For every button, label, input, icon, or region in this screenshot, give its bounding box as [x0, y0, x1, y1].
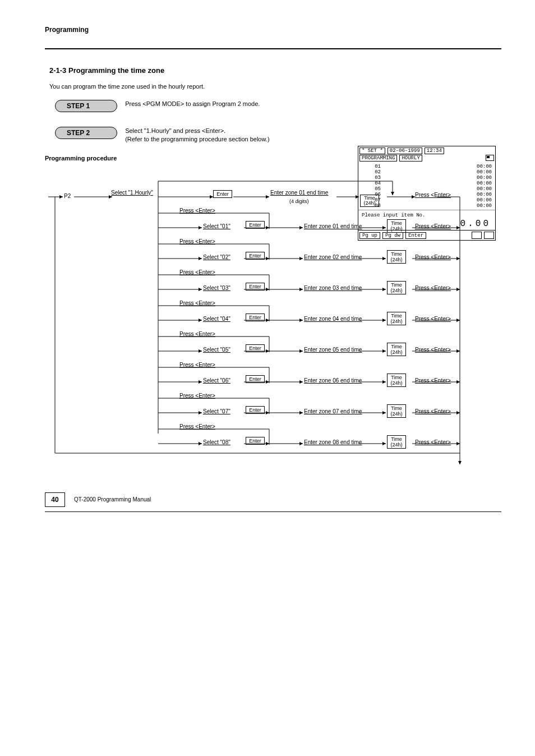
- step-pill-2: STEP 2: [55, 127, 117, 139]
- scroll-indicator-icon: [486, 155, 494, 161]
- list-item: 0100:00: [362, 164, 492, 169]
- step-pill-1: STEP 1: [55, 100, 117, 112]
- divider-top: [45, 48, 501, 49]
- tab-hourly: HOURLY: [399, 155, 422, 162]
- flow-4digits: (4 digits): [289, 199, 309, 204]
- flow-press-enter: Press <Enter>: [415, 192, 451, 198]
- tab-programming: PROGRAMMING: [359, 155, 397, 162]
- flow-return-label: Press <Enter>: [179, 208, 215, 214]
- flow-diagram: P2 Select "1.Hourly" Enter Enter zone 01…: [45, 178, 501, 470]
- list-item: 0200:00: [362, 169, 492, 175]
- date-indicator: 02-06-1999: [388, 147, 422, 154]
- enter-key: Enter: [246, 221, 265, 229]
- time-key: Time (24h): [387, 219, 406, 233]
- enter-key: Enter: [213, 190, 232, 198]
- page-title: Programming: [45, 26, 501, 34]
- section-heading: 2-1-3 Programming the time zone: [49, 66, 501, 75]
- time-indicator: 12:34: [425, 147, 444, 154]
- flow-enter-01: Enter zone 01 end time: [304, 223, 362, 229]
- flow-select-01: Select "01": [203, 223, 230, 229]
- mode-indicator: * SET *: [359, 147, 385, 154]
- divider-bottom: [45, 511, 501, 512]
- section-intro: You can program the time zone used in th…: [49, 82, 330, 91]
- flow-press-enter-01: Press <Enter>: [415, 223, 451, 229]
- page-number: 40: [45, 492, 65, 507]
- flow-p2-label: P2: [64, 193, 71, 199]
- flow-select-hourly: Select "1.Hourly": [111, 190, 153, 196]
- step-1-desc: Press <PGM MODE> to assign Program 2 mod…: [125, 100, 260, 108]
- manual-reference: QT-2000 Programming Manual: [74, 496, 151, 503]
- time-key: Time (24h): [360, 195, 379, 207]
- step-2-desc: Select "1.Hourly" and press <Enter>. (Re…: [125, 127, 269, 144]
- flow-enter-zone01: Enter zone 01 end time: [270, 190, 328, 196]
